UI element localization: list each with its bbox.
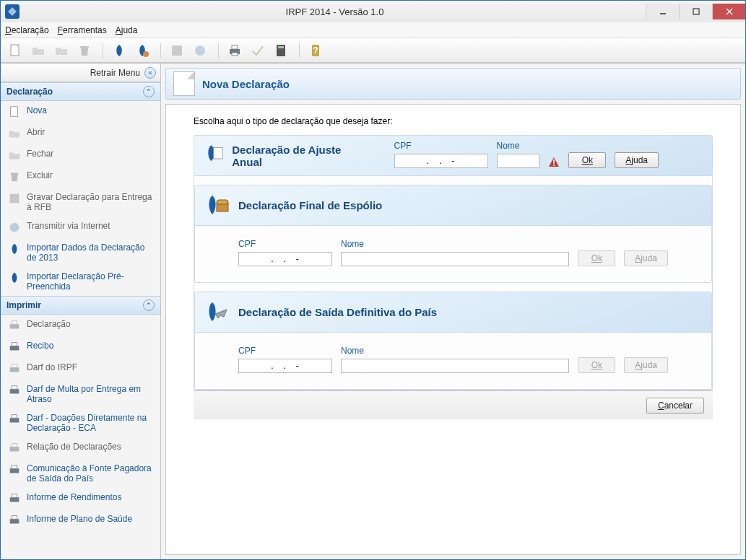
- toolbar-close-icon[interactable]: [51, 40, 71, 61]
- menu-ferramentas[interactable]: Ferramentas: [58, 25, 107, 35]
- printer-icon: [8, 413, 21, 426]
- close-button[interactable]: [712, 4, 745, 19]
- nome-input[interactable]: [497, 154, 540, 168]
- save-icon: [8, 192, 21, 205]
- printer-icon: [8, 362, 21, 375]
- printer-icon: [8, 341, 21, 354]
- svg-text:?: ?: [313, 45, 318, 56]
- cpf-input[interactable]: [238, 359, 332, 373]
- nome-label: Nome: [341, 239, 569, 249]
- sidebar-item-print-comunicacao[interactable]: Comunicação à Fonte Pagadora de Saída do…: [1, 459, 160, 488]
- toolbar-separator: [97, 43, 103, 58]
- cpf-field: CPF: [394, 141, 488, 168]
- app-window: IRPF 2014 - Versão 1.0 Declaração Ferram…: [0, 0, 746, 560]
- svg-point-18: [10, 223, 19, 232]
- svg-point-6: [143, 51, 149, 57]
- sidebar-item-print-doacoes[interactable]: Darf - Doações Diretamente na Declaração…: [1, 408, 160, 437]
- rfb-icon: [8, 271, 21, 284]
- svg-rect-11: [232, 53, 238, 56]
- nome-field: Nome: [497, 141, 540, 168]
- card-header: Declaração de Ajuste Anual CPF Nome ! Ok: [194, 136, 712, 176]
- sidebar-item-transmitir[interactable]: Transmitir via Internet: [1, 216, 160, 238]
- sidebar-item-print-rendimentos[interactable]: Informe de Rendimentos: [1, 488, 160, 509]
- sidebar-item-nova[interactable]: Nova: [1, 101, 160, 123]
- svg-rect-26: [12, 386, 17, 390]
- ajuda-button[interactable]: Ajuda: [615, 152, 659, 168]
- card-header: Declaração de Saída Definitiva do País: [195, 292, 711, 333]
- main-panel: Nova Declaração Escolha aqui o tipo de d…: [161, 64, 745, 559]
- document-icon: [173, 71, 195, 96]
- cpf-input[interactable]: [238, 252, 332, 266]
- svg-rect-28: [12, 415, 17, 419]
- sidebar-item-gravar[interactable]: Gravar Declaração para Entrega à RFB: [1, 188, 160, 216]
- svg-rect-25: [10, 389, 19, 393]
- sidebar-section-imprimir[interactable]: Imprimir ⌃: [1, 296, 160, 315]
- prompt-text: Escolha aqui o tipo de declaração que de…: [194, 116, 713, 126]
- window-buttons: [646, 4, 745, 19]
- sidebar-item-fechar[interactable]: Fechar: [1, 144, 160, 166]
- rfb-icon: [8, 242, 21, 255]
- sidebar-item-print-saude[interactable]: Informe de Plano de Saúde: [1, 509, 160, 531]
- sidebar-item-print-relacao[interactable]: Relação de Declarações: [1, 437, 160, 459]
- chevron-up-icon: ⌃: [143, 299, 155, 311]
- svg-rect-19: [10, 324, 19, 328]
- warning-icon: !: [548, 157, 560, 168]
- nome-input[interactable]: [341, 252, 569, 266]
- menu-ajuda[interactable]: Ajuda: [116, 25, 138, 35]
- nome-input[interactable]: [341, 359, 569, 373]
- sidebar-item-print-multa[interactable]: Darf de Multa por Entrega em Atraso: [1, 380, 160, 408]
- sidebar-item-print-recibo[interactable]: Recibo: [1, 336, 160, 358]
- sidebar-item-print-darf[interactable]: Darf do IRPF: [1, 358, 160, 380]
- toolbar-separator: [213, 43, 219, 58]
- toolbar-new-icon[interactable]: [5, 40, 25, 61]
- ok-button[interactable]: Ok: [578, 357, 615, 373]
- sidebar-item-abrir[interactable]: Abrir: [1, 123, 160, 144]
- toolbar-delete-icon[interactable]: [74, 40, 95, 61]
- ok-button[interactable]: Ok: [568, 152, 606, 168]
- document-icon: [8, 105, 21, 118]
- svg-point-8: [195, 45, 205, 56]
- sidebar-item-excluir[interactable]: Excluir: [1, 166, 160, 188]
- toolbar-save-icon[interactable]: [167, 40, 187, 61]
- svg-rect-32: [12, 465, 17, 469]
- sidebar-item-importar-2013[interactable]: Importar Dados da Declaração de 2013: [1, 238, 160, 267]
- svg-text:!: !: [552, 157, 555, 167]
- card-header: Declaração Final de Espólio: [195, 185, 711, 226]
- sidebar-section-declaracao[interactable]: Declaração ⌃: [1, 82, 160, 101]
- toolbar-help-icon[interactable]: ?: [305, 40, 326, 61]
- card-title: Declaração Final de Espólio: [238, 199, 382, 211]
- toolbar-rfb-user-icon[interactable]: [132, 40, 152, 61]
- ajuda-button[interactable]: Ajuda: [624, 357, 668, 373]
- toolbar-print-icon[interactable]: [225, 40, 245, 61]
- folder-icon: [8, 149, 21, 162]
- toolbar-rfb-icon[interactable]: [109, 40, 129, 61]
- toolbar-open-icon[interactable]: [28, 40, 48, 61]
- nome-label: Nome: [341, 346, 569, 356]
- cpf-label: CPF: [238, 346, 332, 356]
- sidebar-item-print-declaracao[interactable]: Declaração: [1, 315, 160, 336]
- sidebar-item-importar-pre[interactable]: Importar Declaração Pré-Preenchida: [1, 267, 160, 296]
- titlebar: IRPF 2014 - Versão 1.0: [1, 1, 745, 22]
- minimize-button[interactable]: [646, 4, 679, 19]
- cpf-input[interactable]: [394, 154, 488, 168]
- printer-icon: [8, 319, 21, 332]
- sidebar: Retrair Menu « Declaração ⌃ Nova Abrir F…: [1, 64, 161, 559]
- card-title: Declaração de Saída Definitiva do País: [238, 306, 437, 318]
- retrair-menu[interactable]: Retrair Menu «: [1, 64, 160, 82]
- card-ajuste-anual: Declaração de Ajuste Anual CPF Nome ! Ok: [194, 135, 713, 390]
- svg-rect-31: [10, 468, 19, 473]
- toolbar-check-icon[interactable]: [248, 40, 268, 61]
- app-icon: [5, 4, 19, 19]
- ajuda-button[interactable]: Ajuda: [624, 250, 668, 266]
- toolbar-calc-icon[interactable]: [271, 40, 291, 61]
- cancelar-button[interactable]: Cancelar: [646, 398, 704, 414]
- maximize-button[interactable]: [679, 4, 712, 19]
- trash-icon: [8, 170, 21, 183]
- menubar: Declaração Ferramentas Ajuda: [1, 22, 745, 38]
- toolbar-transmit-icon[interactable]: [190, 40, 210, 61]
- cpf-field: CPF: [238, 346, 332, 373]
- ok-button[interactable]: Ok: [578, 250, 615, 266]
- footer: Cancelar: [194, 390, 713, 419]
- menu-declaracao[interactable]: Declaração: [5, 25, 49, 35]
- rfb-chest-icon: [205, 193, 231, 219]
